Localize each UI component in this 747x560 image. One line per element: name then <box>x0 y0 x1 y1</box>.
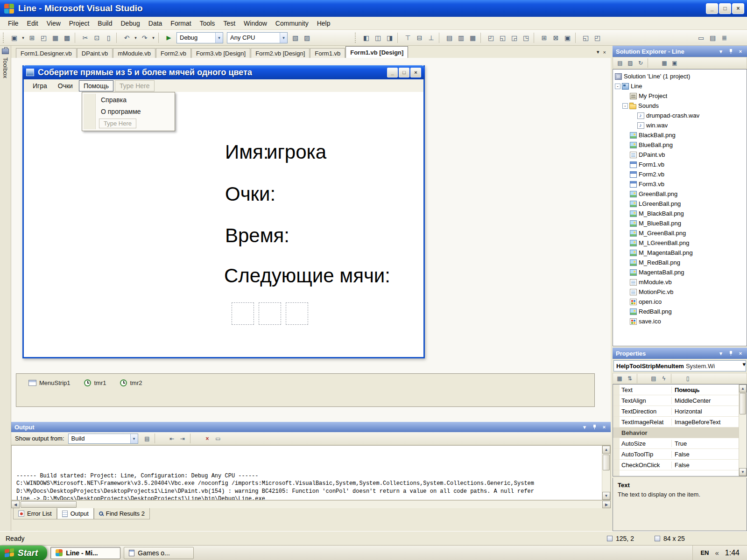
tab-output[interactable]: Output <box>57 508 94 519</box>
property-value[interactable]: False <box>672 462 739 469</box>
scrollbar-thumb[interactable] <box>740 393 746 414</box>
form-menu-pomosch[interactable]: Помощь <box>79 80 113 91</box>
tree-item-blueball-png[interactable]: BlueBall.png <box>613 140 747 150</box>
tree-item-win-wav[interactable]: win.wav <box>613 120 747 130</box>
combo-dropdown-icon[interactable]: ▾ <box>742 361 746 371</box>
menu-data[interactable]: Data <box>144 17 167 29</box>
scroll-up-icon[interactable]: ▲ <box>739 385 747 392</box>
panel-menu-icon[interactable]: ▾ <box>581 424 588 430</box>
output-content[interactable]: ------ Build started: Project: Line, Con… <box>11 445 611 500</box>
menu-view[interactable]: View <box>42 17 65 29</box>
label-ochki[interactable]: Очки: <box>225 184 275 204</box>
tree-item-motionpic-vb[interactable]: MotionPic.vb <box>613 287 747 297</box>
pin-icon[interactable] <box>727 350 734 357</box>
pin-icon[interactable] <box>727 48 734 55</box>
decrease-spacing-icon[interactable]: ◲ <box>508 32 520 43</box>
task-list-icon[interactable]: ▤ <box>707 32 719 43</box>
redo-dropdown-icon[interactable]: ▾ <box>150 32 156 43</box>
tree-item-save-ico[interactable]: save.ico <box>613 316 747 326</box>
start-debugging-icon[interactable]: ▶ <box>163 32 175 43</box>
tree-item-m-magentaball-png[interactable]: M_MagentaBall.png <box>613 248 747 258</box>
form-menu-type-here[interactable]: Type Here <box>115 80 155 91</box>
property-category-behavior[interactable]: Behavior <box>613 427 739 438</box>
find-message-icon[interactable]: ▤ <box>142 434 153 443</box>
horizontal-spacing-icon[interactable]: ◰ <box>485 32 497 43</box>
menu-window[interactable]: Window <box>240 17 271 29</box>
view-designer-icon[interactable]: ▣ <box>669 58 680 68</box>
make-same-size-icon[interactable]: ▦ <box>467 32 479 43</box>
menu-build[interactable]: Build <box>93 17 116 29</box>
tree-item-mmodule-vb[interactable]: mModule.vb <box>613 277 747 287</box>
undo-icon[interactable]: ↶ <box>121 32 133 43</box>
tab-dpaint-vb[interactable]: DPaint.vb <box>77 48 113 58</box>
tab-form2-vb[interactable]: Form2.vb <box>156 48 191 58</box>
menu-edit[interactable]: Edit <box>23 17 42 29</box>
tree-item-m-greenball-png[interactable]: M_GreenBall.png <box>613 228 747 238</box>
scroll-down-icon[interactable]: ▼ <box>602 492 610 500</box>
show-all-files-icon[interactable]: ▨ <box>625 58 635 68</box>
tree-item-m-lgreenball-png[interactable]: M_LGreenBall.png <box>613 238 747 248</box>
tab-form1-vb[interactable]: Form1.vb <box>310 48 345 58</box>
properties-scrollbar[interactable]: ▲ ▼ <box>739 385 747 476</box>
toolbox-strip[interactable]: Toolbox <box>0 46 11 531</box>
tree-expander-icon[interactable]: - <box>615 84 620 89</box>
label-igroka[interactable]: игрока <box>267 142 326 162</box>
form-menu-igra[interactable]: Игра <box>28 80 52 91</box>
tree-item-dpaint-vb[interactable]: DPaint.vb <box>613 150 747 160</box>
tree-item-m-blueball-png[interactable]: M_BlueBall.png <box>613 218 747 228</box>
combo-dropdown-icon[interactable]: ▾ <box>215 33 223 43</box>
property-row-text[interactable]: TextПомощь <box>613 385 739 395</box>
scrollbar-thumb[interactable] <box>21 501 77 508</box>
tree-item-solution[interactable]: Solution 'Line' (1 project) <box>613 71 747 81</box>
tree-item-redball-png[interactable]: RedBall.png <box>613 307 747 316</box>
start-button[interactable]: Start <box>0 546 47 560</box>
object-selector-combo[interactable]: HelpToolStripMenuItem System.Wi ▾ <box>613 360 746 371</box>
tree-item-blackball-png[interactable]: BlackBall.png <box>613 130 747 140</box>
tree-item-form2-vb[interactable]: Form2.vb <box>613 169 747 179</box>
panel-close-icon[interactable]: × <box>737 350 744 357</box>
panel-menu-icon[interactable]: ▾ <box>718 350 724 357</box>
align-bottoms-icon[interactable]: ⊥ <box>425 32 437 43</box>
tree-item-line[interactable]: -Line <box>613 81 747 91</box>
menu-help[interactable]: Help <box>313 17 335 29</box>
menu-item-o-programme[interactable]: О программе <box>83 105 174 117</box>
menu-project[interactable]: Project <box>65 17 94 29</box>
output-horizontal-scrollbar[interactable]: ◀ ▶ <box>11 500 611 508</box>
align-centers-icon[interactable]: ◫ <box>372 32 384 43</box>
menu-test[interactable]: Test <box>219 17 240 29</box>
maximize-button[interactable]: □ <box>719 3 731 14</box>
taskbar-task-line[interactable]: Line - Mi... <box>50 547 120 559</box>
property-row-textdirection[interactable]: TextDirectionHorizontal <box>613 406 739 417</box>
property-value[interactable]: Помощь <box>672 386 739 393</box>
tray-menustrip1[interactable]: MenuStrip1 <box>28 379 70 386</box>
property-row-textimagerelation[interactable]: TextImageRelatImageBeforeText <box>613 417 739 427</box>
menu-file[interactable]: File <box>4 17 23 29</box>
tree-item-open-ico[interactable]: open.ico <box>613 297 747 307</box>
tree-item-sounds[interactable]: -Sounds <box>613 101 747 111</box>
tab-error-list[interactable]: Error List <box>13 508 57 519</box>
scroll-up-icon[interactable]: ▲ <box>602 446 610 454</box>
property-row-textalign[interactable]: TextAlignMiddleCenter <box>613 395 739 406</box>
make-same-width-icon[interactable]: ▤ <box>444 32 455 43</box>
remove-spacing-icon[interactable]: ◳ <box>520 32 532 43</box>
property-value[interactable]: True <box>672 440 739 447</box>
property-value[interactable]: ImageBeforeText <box>672 419 739 426</box>
align-rights-icon[interactable]: ◨ <box>384 32 395 43</box>
tree-item-greenball-png[interactable]: GreenBall.png <box>613 189 747 199</box>
menu-item-type-here[interactable]: Type Here <box>99 119 136 128</box>
designed-form[interactable]: Соберите прямые из 5 и более мячей одног… <box>22 65 425 358</box>
previous-message-icon[interactable]: ⇤ <box>167 434 177 443</box>
alphabetical-icon[interactable]: ⇅ <box>625 374 635 383</box>
tree-item-lgreenball-png[interactable]: LGreenBall.png <box>613 199 747 209</box>
find-in-files-icon[interactable]: ▧ <box>289 32 301 43</box>
minimize-button[interactable]: _ <box>706 3 718 14</box>
combo-dropdown-icon[interactable]: ▾ <box>280 33 287 43</box>
panel-menu-icon[interactable]: ▾ <box>718 48 724 55</box>
property-value[interactable]: MiddleCenter <box>672 397 739 404</box>
open-file-icon[interactable]: ◰ <box>38 32 49 43</box>
tab-form2-vb-design[interactable]: Form2.vb [Design] <box>251 48 310 58</box>
toolbox-label[interactable]: Toolbox <box>2 57 9 78</box>
property-row-checkonclick[interactable]: CheckOnClickFalse <box>613 460 739 470</box>
vertical-spacing-icon[interactable]: ⊞ <box>538 32 550 43</box>
refresh-icon[interactable]: ↻ <box>635 58 646 68</box>
